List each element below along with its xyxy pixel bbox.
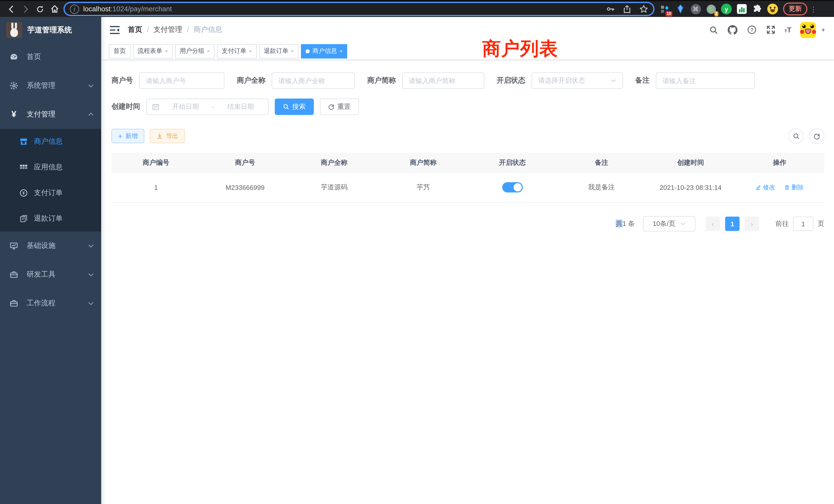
sidebar-item-appinfo[interactable]: 应用信息 <box>0 155 101 180</box>
sidebar-item-payorder[interactable]: ¥ 支付订单 <box>0 180 101 206</box>
reset-button[interactable]: 重置 <box>320 98 359 115</box>
share-icon[interactable] <box>623 5 631 13</box>
toggle-search-icon[interactable] <box>788 128 804 144</box>
extension-sketch-icon[interactable]: 10 <box>659 4 670 14</box>
col-full-name: 商户全称 <box>290 153 379 172</box>
extension-session-icon[interactable]: 1 <box>706 4 717 14</box>
next-page-button[interactable]: › <box>745 216 759 231</box>
extension-command-icon[interactable]: ⌘ <box>690 4 701 14</box>
tab-home[interactable]: 首页 <box>109 44 130 58</box>
back-icon[interactable] <box>4 2 19 16</box>
app-title: 芋道管理系统 <box>27 25 72 35</box>
breadcrumb-home[interactable]: 首页 <box>128 25 142 35</box>
help-icon[interactable]: ? <box>746 25 757 35</box>
end-date-placeholder: 结束日期 <box>218 102 263 111</box>
extensions-puzzle-icon[interactable] <box>752 4 763 14</box>
delete-link[interactable]: 删除 <box>784 183 804 192</box>
add-button[interactable]: +新增 <box>111 129 144 143</box>
create-time-range-picker[interactable]: 开始日期 - 结束日期 <box>146 98 269 115</box>
home-icon[interactable] <box>47 2 62 16</box>
profile-avatar-icon[interactable] <box>767 4 778 14</box>
user-avatar[interactable] <box>800 22 816 38</box>
close-icon[interactable]: × <box>165 48 168 54</box>
main-area: 商户列表 首页 / 支付管理 / 商户信息 <box>101 17 834 504</box>
fullscreen-icon[interactable] <box>765 25 776 35</box>
page-1-button[interactable]: 1 <box>725 216 740 231</box>
table-row: 1 M233666999 芋道源码 芋艿 我是备注 2021-10-23 08:… <box>111 172 824 203</box>
close-icon[interactable]: × <box>340 48 343 54</box>
chevron-down-icon <box>680 221 686 226</box>
breadcrumb-pay[interactable]: 支付管理 <box>154 25 182 35</box>
active-dot <box>306 49 310 53</box>
cell-status <box>468 172 557 203</box>
sidebar-item-devtool[interactable]: 研发工具 <box>0 260 101 289</box>
chevron-down-icon <box>88 272 94 278</box>
sidebar: 芋道管理系统 首页 系统管理 ¥ 支付管理 <box>0 17 101 504</box>
tab-pay-order[interactable]: 支付订单× <box>217 44 257 58</box>
breadcrumb: 首页 / 支付管理 / 商户信息 <box>128 25 222 35</box>
password-key-icon[interactable] <box>606 5 615 13</box>
page-size-select[interactable]: 10条/页 <box>643 216 695 231</box>
filter-label: 商户全称 <box>237 76 265 85</box>
app-logo-row[interactable]: 芋道管理系统 <box>0 17 101 43</box>
browser-menu-icon[interactable]: ⋮ <box>810 5 817 13</box>
font-size-icon[interactable]: тT <box>785 26 791 34</box>
refresh-icon[interactable] <box>809 128 824 144</box>
search-button[interactable]: 搜索 <box>275 98 314 115</box>
sidebar-item-refund[interactable]: 退款订单 <box>0 206 101 231</box>
tab-merchant-info[interactable]: 商户信息× <box>301 44 347 58</box>
extension-gem-icon[interactable] <box>675 4 686 14</box>
sidebar-item-merchant[interactable]: 商户信息 <box>0 129 101 155</box>
extension-bar: 10 ⌘ 1 y <box>659 4 778 14</box>
browser-update-button[interactable]: 更新 <box>783 3 807 16</box>
full-name-input[interactable] <box>272 72 355 89</box>
tab-process-form[interactable]: 流程表单× <box>133 44 173 58</box>
close-icon[interactable]: × <box>291 48 294 54</box>
status-select[interactable]: 请选择开启状态 <box>531 72 623 89</box>
prev-page-button[interactable]: ‹ <box>706 216 720 231</box>
bookmark-star-icon[interactable] <box>639 5 648 13</box>
sidebar-item-system[interactable]: 系统管理 <box>0 71 101 100</box>
chevron-up-icon <box>88 111 94 117</box>
close-icon[interactable]: × <box>207 48 210 54</box>
breadcrumb-current: 商户信息 <box>194 25 222 35</box>
edit-link[interactable]: 修改 <box>756 183 775 192</box>
sidebar-item-home[interactable]: 首页 <box>0 43 101 71</box>
extension-y-icon[interactable]: y <box>721 4 732 14</box>
remark-input[interactable] <box>656 72 755 89</box>
export-button[interactable]: 导出 <box>150 129 185 143</box>
site-info-icon[interactable]: i <box>70 4 79 14</box>
monitor-icon <box>10 242 18 250</box>
close-icon[interactable]: × <box>249 48 252 54</box>
col-actions: 操作 <box>735 153 824 172</box>
sidebar-item-pay[interactable]: ¥ 支付管理 <box>0 100 101 129</box>
tags-view: 首页 流程表单× 用户分组× 支付订单× 退款订单× 商户信息× <box>101 43 834 60</box>
sidebar-item-label: 系统管理 <box>27 81 88 90</box>
hamburger-icon[interactable] <box>105 21 124 39</box>
forward-icon[interactable] <box>19 2 33 16</box>
reload-icon[interactable] <box>33 2 47 16</box>
github-icon[interactable] <box>727 25 738 35</box>
status-toggle[interactable] <box>502 182 523 192</box>
merchant-table: 商户编号 商户号 商户全称 商户简称 开启状态 备注 创建时间 操作 1 <box>111 153 824 203</box>
document-copy-icon <box>20 214 28 223</box>
caret-down-icon[interactable]: ▼ <box>821 27 826 32</box>
sidebar-item-workflow[interactable]: 工作流程 <box>0 289 101 318</box>
goto-page-input[interactable] <box>793 216 813 231</box>
tab-refund-order[interactable]: 退款订单× <box>259 44 299 58</box>
merchant-no-input[interactable] <box>139 72 224 89</box>
extension-chart-icon[interactable] <box>737 4 747 14</box>
filter-label: 商户简称 <box>367 76 396 85</box>
search-icon[interactable] <box>708 25 719 35</box>
browser-toolbar: i localhost:1024/pay/merchant 10 <box>0 0 834 17</box>
grid-icon <box>20 163 28 171</box>
chevron-down-icon <box>611 78 616 84</box>
short-name-input[interactable] <box>402 72 484 89</box>
tab-user-group[interactable]: 用户分组× <box>175 44 215 58</box>
goto-page: 前往 页 <box>775 216 824 231</box>
pay-submenu: 商户信息 应用信息 ¥ 支付订单 <box>0 129 101 231</box>
toolbox-icon <box>10 299 18 307</box>
url-bar[interactable]: i localhost:1024/pay/merchant <box>65 3 653 15</box>
extension-badge: 1 <box>714 11 719 17</box>
sidebar-item-infra[interactable]: 基础设施 <box>0 231 101 260</box>
